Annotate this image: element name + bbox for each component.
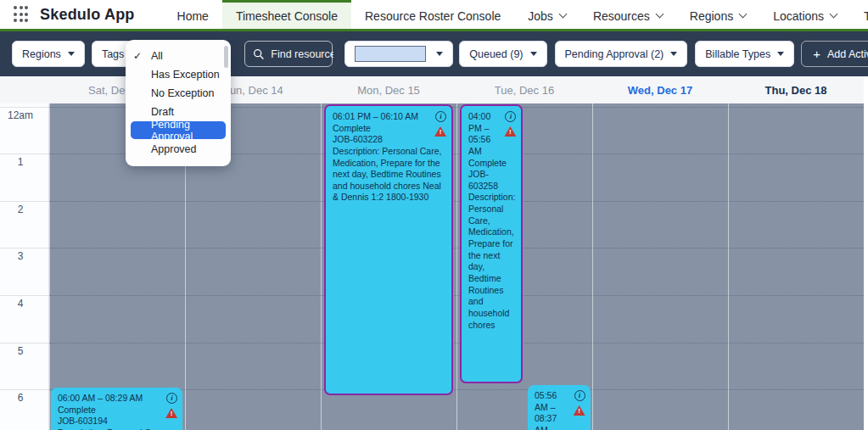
menu-item-no-exception[interactable]: No Exception <box>126 84 231 102</box>
nav-item-home[interactable]: Home <box>164 0 222 29</box>
time-axis: 12am123456 <box>0 103 49 430</box>
find-resources-search[interactable] <box>244 41 333 67</box>
menu-item-label: Approved <box>151 143 197 155</box>
add-activity-button[interactable]: + Add Activity <box>801 41 868 67</box>
nav-item-label: Tags <box>864 9 868 23</box>
chevron-down-icon <box>830 10 838 19</box>
event-status: Complete <box>468 158 515 170</box>
menu-item-label: Has Exception <box>151 69 220 81</box>
info-icon[interactable]: i <box>166 393 177 404</box>
menu-item-label: Draft <box>151 106 174 118</box>
calendar-event[interactable]: i!06:01 PM – 06:10 AMCompleteJOB-603228D… <box>324 104 453 395</box>
day-header-4: Tue, Dec 16 <box>456 76 592 103</box>
day-column-6[interactable] <box>728 103 864 430</box>
billable-types-filter-button[interactable]: Billable Types <box>695 41 794 67</box>
hour-label: 5 <box>0 345 41 357</box>
menu-item-pending-approval[interactable]: Pending Approval <box>131 121 226 139</box>
nav-item-label: Resources <box>593 9 650 23</box>
event-description: Description: Personal Care, Medication, … <box>333 146 445 204</box>
menu-item-has-exception[interactable]: Has Exception <box>126 65 231 83</box>
timesheet-status-menu: ✓AllHas ExceptionNo ExceptionDraftPendin… <box>126 40 231 166</box>
nav-item-label: Home <box>177 9 209 23</box>
pending-approval-filter-button[interactable]: Pending Approval (2) <box>555 41 688 67</box>
event-job-id: JOB-603194 <box>58 416 176 427</box>
app-title: Skedulo App <box>40 6 135 24</box>
event-status: Complete <box>333 123 445 135</box>
event-job-id: JOB-603228 <box>333 134 445 146</box>
hour-label: 4 <box>0 298 41 310</box>
nav-item-timesheet-console[interactable]: Timesheet Console <box>222 0 351 29</box>
calendar-event[interactable]: i!05:56 AM – 08:37 AMCompleteJOB-603260 <box>528 385 591 430</box>
info-icon[interactable]: i <box>574 390 585 401</box>
billable-types-filter-label: Billable Types <box>705 48 770 60</box>
calendar-event[interactable]: i!06:00 AM – 08:29 AMCompleteJOB-603194D… <box>51 388 182 430</box>
menu-item-label: No Exception <box>151 87 214 99</box>
day-column-5[interactable] <box>592 103 728 430</box>
nav-item-resources[interactable]: Resources <box>580 0 676 29</box>
add-activity-label: Add Activity <box>827 48 868 60</box>
pending-approval-filter-label: Pending Approval (2) <box>565 48 664 60</box>
hour-gridline <box>49 295 864 296</box>
day-header-3: Mon, Dec 15 <box>321 76 456 103</box>
regions-filter-label: Regions <box>22 48 61 60</box>
event-status: Complete <box>58 405 176 416</box>
nav-item-tags[interactable]: Tags <box>850 0 868 29</box>
event-description: Description: Personal Care, Medication, … <box>468 192 515 331</box>
nav-item-resource-roster-console[interactable]: Resource Roster Console <box>351 0 514 29</box>
top-nav: Skedulo App HomeTimesheet ConsoleResourc… <box>0 0 868 31</box>
chevron-down-icon <box>739 10 748 19</box>
nav-item-locations[interactable]: Locations <box>759 0 850 29</box>
caret-down-icon <box>68 52 75 56</box>
queued-filter-button[interactable]: Queued (9) <box>459 41 546 67</box>
hour-line <box>0 107 49 108</box>
caret-down-icon <box>530 52 537 56</box>
calendar-event[interactable]: i!04:00 PM – 05:56 AMCompleteJOB-603258D… <box>460 104 523 383</box>
color-swatch <box>355 46 426 62</box>
menu-item-label: All <box>151 50 163 62</box>
chevron-down-icon <box>558 10 567 19</box>
hour-line <box>0 343 49 343</box>
nav-item-label: Timesheet Console <box>236 9 338 23</box>
day-header-5: Wed, Dec 17 <box>592 76 728 103</box>
caret-down-icon <box>777 52 784 56</box>
color-combobox[interactable] <box>344 41 453 67</box>
hour-line <box>0 201 49 202</box>
hour-gridline <box>49 343 864 343</box>
nav-item-regions[interactable]: Regions <box>676 0 759 29</box>
nav-item-label: Regions <box>690 9 733 23</box>
hour-label: 6 <box>0 392 41 404</box>
event-time: 06:00 AM – 08:29 AM <box>58 393 176 405</box>
hour-label: 2 <box>0 204 41 215</box>
caret-down-icon <box>670 52 677 56</box>
tags-filter-label: Tags <box>102 48 124 60</box>
hour-label: 12am <box>0 109 41 121</box>
plus-icon: + <box>813 47 820 61</box>
queued-filter-label: Queued (9) <box>469 48 523 60</box>
hour-gridline <box>49 201 864 202</box>
regions-filter-button[interactable]: Regions <box>12 41 85 67</box>
app-launcher-icon[interactable] <box>14 6 28 23</box>
day-header-6: Thu, Dec 18 <box>728 76 864 103</box>
nav-item-jobs[interactable]: Jobs <box>514 0 580 29</box>
menu-item-approved[interactable]: Approved <box>126 140 231 158</box>
event-time: 06:01 PM – 06:10 AM <box>333 111 445 123</box>
nav-item-label: Locations <box>773 9 824 23</box>
menu-item-label: Pending Approval <box>151 119 226 142</box>
hour-line <box>0 154 49 154</box>
nav-item-label: Jobs <box>528 9 553 23</box>
nav-item-label: Resource Roster Console <box>365 9 501 23</box>
menu-item-all[interactable]: ✓All <box>126 47 231 64</box>
hour-label: 3 <box>0 250 41 262</box>
hour-line <box>0 248 49 249</box>
hour-line <box>0 295 49 296</box>
chevron-down-icon <box>655 10 664 19</box>
hour-line <box>0 389 49 390</box>
info-icon[interactable]: i <box>435 111 446 122</box>
hour-gridline <box>49 248 864 249</box>
check-icon: ✓ <box>133 50 142 62</box>
search-icon <box>253 48 265 60</box>
search-input[interactable] <box>271 48 333 60</box>
hour-label: 1 <box>0 156 41 168</box>
event-job-id: JOB-603258 <box>468 169 515 192</box>
caret-down-icon <box>436 52 443 56</box>
